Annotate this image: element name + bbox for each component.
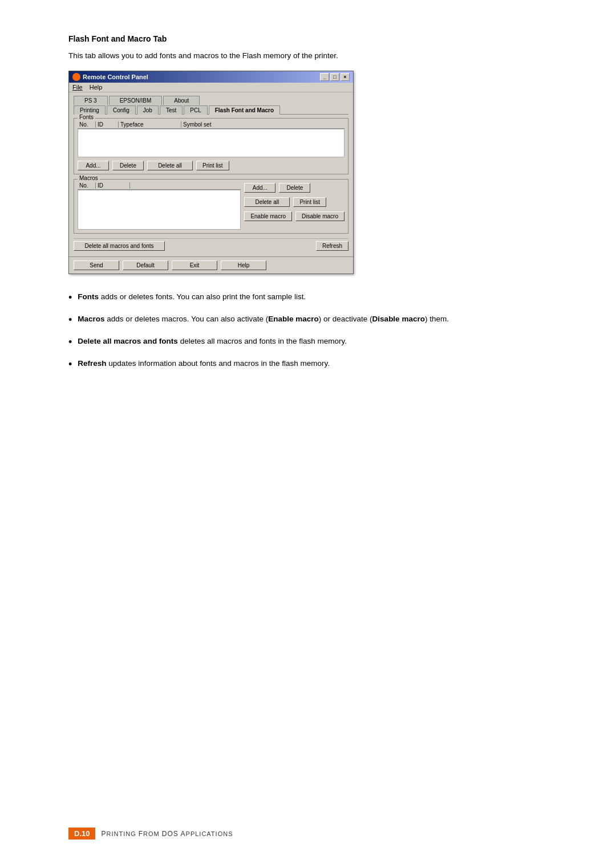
restore-button[interactable]: □ bbox=[330, 73, 339, 81]
top-tab-strip: PS 3 EPSON/IBM About bbox=[74, 96, 348, 105]
intro-text: This tab allows you to add fonts and mac… bbox=[68, 50, 548, 62]
footer-applications: A bbox=[181, 830, 186, 838]
macros-print-list-button[interactable]: Print list bbox=[293, 197, 326, 207]
macros-group-label: Macros bbox=[78, 175, 100, 181]
footer-default-button[interactable]: Default bbox=[123, 260, 168, 270]
section-title: Flash Font and Macro Tab bbox=[68, 34, 548, 43]
enable-macro-bold: Enable macro bbox=[268, 315, 319, 323]
dialog-icon bbox=[72, 73, 80, 81]
col-symbolset-header: Symbol set bbox=[181, 121, 227, 128]
footer-dos: DOS bbox=[162, 830, 181, 838]
fonts-add-button[interactable]: Add... bbox=[78, 161, 109, 170]
bullet-item-fonts: • Fonts adds or deletes fonts. You can a… bbox=[68, 291, 548, 305]
bullet-text-refresh: Refresh updates information about fonts … bbox=[78, 358, 548, 369]
dialog-titlebar: Remote Control Panel _ □ × bbox=[69, 71, 353, 83]
footer-badge: D.10 bbox=[68, 828, 95, 840]
disable-macro-bold: Disable macro bbox=[372, 315, 425, 323]
page-footer: D.10 PRINTING FROM DOS APPLICATIONS bbox=[68, 828, 233, 840]
tab-flash-font-macro[interactable]: Flash Font and Macro bbox=[209, 105, 280, 115]
macro-col-id-header: ID bbox=[96, 182, 130, 189]
fonts-bold: Fonts bbox=[78, 292, 99, 301]
refresh-bold: Refresh bbox=[78, 359, 106, 368]
refresh-button[interactable]: Refresh bbox=[316, 241, 348, 251]
footer-rinting: RINTING bbox=[106, 830, 138, 837]
bottom-btn-row: Delete all macros and fonts Refresh bbox=[74, 238, 348, 253]
delete-all-macros-fonts-button[interactable]: Delete all macros and fonts bbox=[74, 241, 165, 251]
dialog-title: Remote Control Panel bbox=[83, 74, 148, 80]
footer-help-button[interactable]: Help bbox=[221, 260, 266, 270]
minimize-button[interactable]: _ bbox=[320, 73, 329, 81]
bullet-text-fonts: Fonts adds or deletes fonts. You can als… bbox=[78, 291, 548, 303]
tab-ps3[interactable]: PS 3 bbox=[74, 96, 108, 105]
footer-pplications: PPLICATIONS bbox=[186, 830, 233, 837]
close-button[interactable]: × bbox=[341, 73, 350, 81]
bullet-dot-refresh: • bbox=[68, 357, 72, 372]
dialog-controls: _ □ × bbox=[320, 73, 350, 81]
bullet-dot: • bbox=[68, 290, 72, 305]
macro-col-no-header: No. bbox=[78, 182, 96, 189]
footer-exit-button[interactable]: Exit bbox=[172, 260, 217, 270]
bullet-text-macros: Macros adds or deletes macros. You can a… bbox=[78, 313, 548, 325]
fonts-table-body bbox=[78, 129, 345, 157]
macros-enable-button[interactable]: Enable macro bbox=[244, 211, 292, 221]
footer-send-button[interactable]: Send bbox=[74, 260, 119, 270]
bullet-text-delete-all: Delete all macros and fonts deletes all … bbox=[78, 336, 548, 347]
footer-from: F bbox=[139, 830, 143, 838]
macros-bold: Macros bbox=[78, 315, 104, 323]
fonts-group-label: Fonts bbox=[78, 114, 95, 120]
bullet-item-refresh: • Refresh updates information about font… bbox=[68, 358, 548, 372]
macros-disable-button[interactable]: Disable macro bbox=[295, 211, 345, 221]
bullet-dot-macros: • bbox=[68, 312, 72, 328]
col-typeface-header: Typeface bbox=[119, 121, 181, 128]
footer-rom: ROM bbox=[143, 830, 162, 837]
fonts-group: Fonts No. ID Typeface Symbol set Add... … bbox=[74, 118, 348, 174]
macros-table-header: No. ID bbox=[78, 182, 241, 190]
tab-about[interactable]: About bbox=[163, 96, 200, 105]
delete-all-bold: Delete all macros and fonts bbox=[78, 337, 178, 345]
macros-table-body bbox=[78, 190, 241, 230]
menu-help[interactable]: Help bbox=[90, 84, 103, 91]
macros-add-button[interactable]: Add... bbox=[244, 183, 275, 193]
dialog-box: Remote Control Panel _ □ × File Help PS … bbox=[68, 71, 354, 274]
col-no-header: No. bbox=[78, 121, 96, 128]
tab-epson-ibm[interactable]: EPSON/IBM bbox=[109, 96, 163, 105]
bullet-list: • Fonts adds or deletes fonts. You can a… bbox=[68, 291, 548, 372]
footer-text: PRINTING FROM DOS APPLICATIONS bbox=[101, 830, 233, 838]
dialog-footer: Send Default Exit Help bbox=[69, 256, 353, 274]
bullet-item-delete-all: • Delete all macros and fonts deletes al… bbox=[68, 336, 548, 350]
tab-pcl[interactable]: PCL bbox=[184, 105, 207, 115]
macros-delete-all-button[interactable]: Delete all bbox=[244, 197, 290, 207]
tab-job[interactable]: Job bbox=[137, 105, 159, 115]
tab-test[interactable]: Test bbox=[160, 105, 183, 115]
tab-config[interactable]: Config bbox=[107, 105, 136, 115]
fonts-table-header: No. ID Typeface Symbol set bbox=[78, 121, 345, 129]
fonts-btn-row: Add... Delete Delete all Print list bbox=[78, 161, 345, 170]
fonts-delete-all-button[interactable]: Delete all bbox=[147, 161, 193, 170]
menu-file[interactable]: File bbox=[72, 84, 83, 91]
dialog-menubar: File Help bbox=[69, 83, 353, 92]
fonts-delete-button[interactable]: Delete bbox=[112, 161, 144, 170]
second-tab-strip: Printing Config Job Test PCL Flash Font … bbox=[74, 105, 348, 115]
macros-delete-button[interactable]: Delete bbox=[279, 183, 310, 193]
macros-group: Macros No. ID Add... Delete bbox=[74, 179, 348, 234]
bullet-dot-delete-all: • bbox=[68, 335, 72, 350]
fonts-print-list-button[interactable]: Print list bbox=[196, 161, 229, 170]
col-id-header: ID bbox=[96, 121, 119, 128]
tab-printing[interactable]: Printing bbox=[74, 105, 106, 115]
bullet-item-macros: • Macros adds or deletes macros. You can… bbox=[68, 313, 548, 328]
